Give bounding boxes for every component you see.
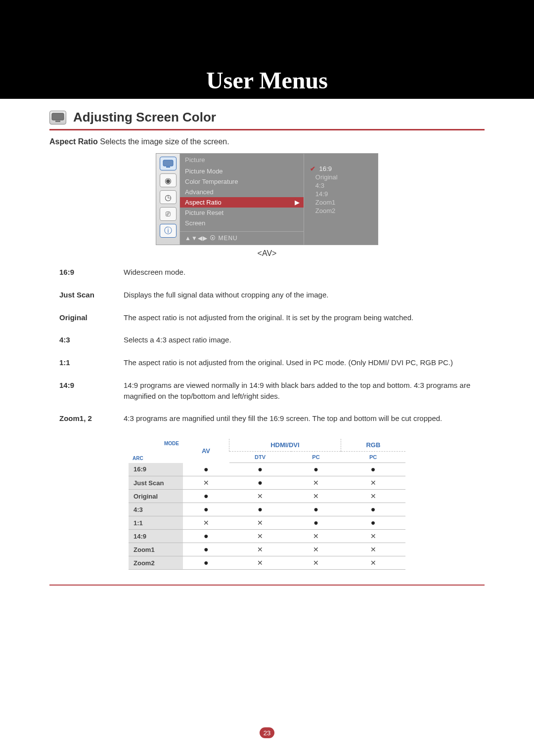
definition-term: 4:3 [59, 335, 124, 345]
unsupported-icon: ✕ [229, 556, 291, 570]
supported-icon: ● [183, 543, 229, 556]
osd-tab-info[interactable]: ⓘ [160, 224, 177, 238]
osd-item[interactable]: Aspect Ratio▶ [180, 197, 304, 208]
definition-desc: Widescreen mode. [124, 267, 485, 278]
unsupported-icon: ✕ [341, 543, 405, 556]
definition-row: 4:3Selects a 4:3 aspect ratio image. [59, 335, 485, 345]
table-row: 1:1✕✕●● [129, 516, 405, 530]
supported-icon: ● [229, 476, 291, 490]
osd-tab-audio[interactable]: ◉ [160, 173, 177, 187]
col-av: AV [183, 439, 229, 463]
unsupported-icon: ✕ [341, 556, 405, 570]
row-label: 4:3 [129, 503, 183, 516]
section-header: Adjusting Screen Color [49, 110, 485, 125]
unsupported-icon: ✕ [341, 490, 405, 503]
osd-option[interactable]: Zoom2 [310, 207, 372, 215]
osd-item[interactable]: Advanced [180, 187, 304, 197]
definition-term: 16:9 [59, 267, 124, 278]
unsupported-icon: ✕ [291, 476, 341, 490]
unsupported-icon: ✕ [341, 476, 405, 490]
supported-icon: ● [341, 463, 405, 476]
osd-option[interactable]: ✔ 16:9 [310, 165, 372, 173]
banner-title: User Menus [206, 67, 328, 94]
supported-icon: ● [183, 556, 229, 570]
section-title: Adjusting Screen Color [73, 110, 216, 125]
row-label: Zoom1 [129, 543, 183, 556]
table-row: Just Scan✕●✕✕ [129, 476, 405, 490]
supported-icon: ● [291, 516, 341, 530]
lead-rest: Selects the image size of the screen. [98, 137, 229, 146]
osd-item[interactable]: Picture Mode [180, 166, 304, 176]
definition-term: Zoom1, 2 [59, 413, 124, 424]
definitions-list: 16:9Widescreen mode.Just ScanDisplays th… [59, 267, 485, 424]
osd-option[interactable]: Original [310, 173, 372, 181]
osd-tab-time[interactable]: ◷ [160, 190, 177, 204]
unsupported-icon: ✕ [183, 476, 229, 490]
osd-option[interactable]: Zoom1 [310, 198, 372, 207]
corner-arc: ARC [133, 456, 143, 461]
supported-icon: ● [229, 503, 291, 516]
table-row: 4:3●●●● [129, 503, 405, 516]
unsupported-icon: ✕ [229, 530, 291, 543]
osd-tab-option[interactable]: ⎚ [160, 207, 177, 221]
unsupported-icon: ✕ [341, 530, 405, 543]
definition-term: 1:1 [59, 357, 124, 368]
section-rule [49, 129, 485, 130]
supported-icon: ● [183, 530, 229, 543]
osd-item[interactable]: Screen [180, 218, 304, 228]
supported-icon: ● [341, 516, 405, 530]
osd-main-list: Picture Picture ModeColor TemperatureAdv… [180, 154, 304, 245]
compat-corner: MODE ARC [129, 439, 183, 463]
definition-row: Just ScanDisplays the full signal data w… [59, 290, 485, 300]
row-label: Just Scan [129, 476, 183, 490]
svg-rect-2 [163, 160, 173, 166]
lead-text: Aspect Ratio Selects the image size of t… [49, 137, 485, 146]
osd-item[interactable]: Picture Reset [180, 208, 304, 218]
table-row: 14:9●✕✕✕ [129, 530, 405, 543]
unsupported-icon: ✕ [291, 490, 341, 503]
definition-term: Original [59, 312, 124, 323]
osd-item[interactable]: Color Temperature [180, 176, 304, 187]
definition-desc: The aspect ratio is not adjusted from th… [124, 312, 485, 323]
osd-header: Picture [180, 154, 304, 166]
checkmark-icon: ✔ [310, 165, 315, 172]
bottom-rule [49, 585, 485, 586]
definition-desc: Selects a 4:3 aspect ratio image. [124, 335, 485, 345]
svg-rect-1 [55, 121, 60, 122]
definition-row: 14:914:9 programs are viewed normally in… [59, 380, 485, 402]
svg-rect-3 [166, 167, 170, 168]
monitor-icon [49, 111, 66, 125]
definition-desc: Displays the full signal data without cr… [124, 290, 485, 300]
svg-rect-0 [52, 113, 64, 120]
supported-icon: ● [183, 490, 229, 503]
col-hdmi-pc: PC [291, 452, 341, 463]
osd-tab-picture[interactable] [160, 157, 177, 170]
page-number: 23 [260, 727, 274, 738]
osd-option[interactable]: 4:3 [310, 181, 372, 190]
unsupported-icon: ✕ [291, 530, 341, 543]
supported-icon: ● [183, 503, 229, 516]
col-rgb: RGB [341, 439, 405, 452]
row-label: 16:9 [129, 463, 183, 476]
definition-desc: 14:9 programs are viewed normally in 14:… [124, 380, 485, 402]
supported-icon: ● [341, 503, 405, 516]
row-label: Zoom2 [129, 556, 183, 570]
supported-icon: ● [229, 463, 291, 476]
table-row: Original●✕✕✕ [129, 490, 405, 503]
definition-row: Zoom1, 24:3 programs are magnified until… [59, 413, 485, 424]
lead-bold: Aspect Ratio [49, 137, 98, 146]
col-hdmi: HDMI/DVI [229, 439, 341, 452]
definition-term: 14:9 [59, 380, 124, 402]
definition-term: Just Scan [59, 290, 124, 300]
definition-desc: The aspect ratio is not adjusted from th… [124, 357, 485, 368]
definition-row: OriginalThe aspect ratio is not adjusted… [59, 312, 485, 323]
supported-icon: ● [291, 463, 341, 476]
osd-footer-hint: ▲▼◀▶ ⦿ MENU [180, 231, 304, 245]
unsupported-icon: ✕ [291, 556, 341, 570]
col-hdmi-dtv: DTV [229, 452, 291, 463]
osd-option[interactable]: 14:9 [310, 190, 372, 198]
osd-menu: ◉ ◷ ⎚ ⓘ Picture Picture ModeColor Temper… [156, 153, 378, 245]
definition-desc: 4:3 programs are magnified until they fi… [124, 413, 485, 424]
page-banner: User Menus [0, 0, 534, 99]
supported-icon: ● [291, 503, 341, 516]
